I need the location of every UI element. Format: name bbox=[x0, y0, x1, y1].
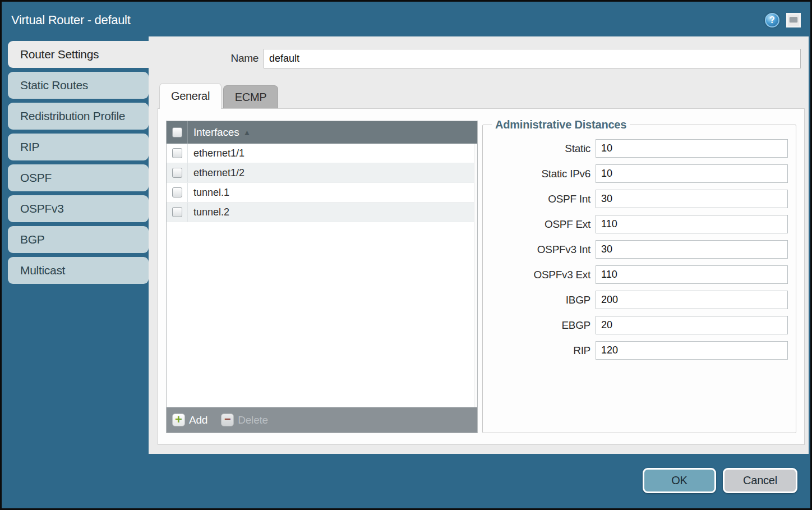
interface-name: ethernet1/2 bbox=[193, 167, 244, 179]
ebgp-input[interactable] bbox=[596, 316, 788, 334]
ospfv3-int-input[interactable] bbox=[596, 240, 788, 259]
ok-button[interactable]: OK bbox=[643, 468, 716, 493]
form-row: RIP bbox=[491, 341, 788, 360]
virtual-router-dialog: Virtual Router - default ? Router Settin… bbox=[0, 0, 812, 510]
ospf-int-label: OSPF Int bbox=[491, 193, 590, 205]
table-row[interactable]: ethernet1/2 bbox=[167, 163, 477, 183]
sidebar: Router Settings Static Routes Redistribu… bbox=[3, 36, 149, 507]
ospf-ext-label: OSPF Ext bbox=[491, 218, 590, 231]
ospf-ext-input[interactable] bbox=[596, 215, 788, 233]
column-divider bbox=[187, 183, 188, 202]
rip-label: RIP bbox=[491, 344, 590, 357]
column-divider bbox=[187, 163, 188, 182]
column-divider bbox=[187, 203, 188, 222]
ospf-int-input[interactable] bbox=[596, 190, 788, 208]
form-row: Static IPv6 bbox=[491, 164, 788, 183]
delete-button[interactable]: − Delete bbox=[221, 413, 268, 426]
help-icon[interactable]: ? bbox=[765, 13, 779, 27]
add-button[interactable]: + Add bbox=[172, 413, 207, 426]
interfaces-column-header: Interfaces bbox=[193, 126, 239, 139]
name-input[interactable] bbox=[264, 49, 801, 68]
ospfv3-ext-input[interactable] bbox=[596, 265, 788, 284]
add-icon: + bbox=[172, 413, 185, 426]
ebgp-label: EBGP bbox=[491, 319, 590, 332]
minus-glyph: − bbox=[224, 413, 231, 425]
title-bar: Virtual Router - default ? bbox=[3, 3, 809, 36]
sidebar-item-multicast[interactable]: Multicast bbox=[8, 257, 149, 284]
ospfv3-ext-label: OSPFv3 Ext bbox=[491, 269, 590, 281]
table-row[interactable]: tunnel.1 bbox=[167, 183, 477, 203]
window-icon[interactable] bbox=[786, 13, 801, 27]
plus-glyph: + bbox=[175, 413, 182, 426]
form-row: OSPF Ext bbox=[491, 215, 788, 233]
add-button-label: Add bbox=[189, 414, 207, 426]
administrative-distances-legend: Administrative Distances bbox=[492, 118, 630, 131]
row-checkbox[interactable] bbox=[172, 207, 182, 217]
form-row: IBGP bbox=[491, 291, 788, 309]
tab-general[interactable]: General bbox=[159, 83, 222, 109]
row-checkbox[interactable] bbox=[172, 187, 182, 197]
form-row: OSPFv3 Ext bbox=[491, 265, 788, 284]
delete-button-label: Delete bbox=[238, 414, 268, 426]
static-ipv6-input[interactable] bbox=[596, 164, 788, 183]
sidebar-item-rip[interactable]: RIP bbox=[8, 134, 149, 160]
sidebar-item-ospf[interactable]: OSPF bbox=[8, 164, 149, 191]
sidebar-item-static-routes[interactable]: Static Routes bbox=[8, 72, 149, 99]
delete-icon: − bbox=[221, 413, 234, 426]
row-checkbox[interactable] bbox=[172, 148, 182, 158]
interfaces-table-header[interactable]: Interfaces ▲ bbox=[167, 121, 477, 144]
sidebar-item-ospfv3[interactable]: OSPFv3 bbox=[8, 195, 149, 222]
interface-name: ethernet1/1 bbox=[193, 148, 244, 159]
interface-name: tunnel.1 bbox=[193, 187, 229, 199]
sort-ascending-icon: ▲ bbox=[243, 128, 251, 137]
static-ipv6-label: Static IPv6 bbox=[491, 168, 590, 180]
administrative-distances-fieldset: Administrative Distances Static Static I… bbox=[482, 118, 796, 433]
sidebar-item-bgp[interactable]: BGP bbox=[8, 226, 149, 253]
static-input[interactable] bbox=[596, 139, 788, 158]
form-row: OSPF Int bbox=[491, 190, 788, 208]
interfaces-table: Interfaces ▲ ethernet1/1 ethernet1/2 bbox=[166, 121, 478, 433]
column-divider bbox=[187, 144, 188, 163]
form-row: OSPFv3 Int bbox=[491, 240, 788, 259]
interfaces-table-body: ethernet1/1 ethernet1/2 tunnel.1 bbox=[167, 144, 477, 407]
tab-ecmp[interactable]: ECMP bbox=[223, 85, 278, 108]
ibgp-label: IBGP bbox=[491, 294, 590, 306]
titlebar-icons: ? bbox=[765, 13, 809, 27]
sidebar-item-router-settings[interactable]: Router Settings bbox=[8, 41, 149, 68]
table-scrollbar[interactable] bbox=[474, 144, 477, 407]
select-all-checkbox[interactable] bbox=[172, 127, 182, 137]
dialog-title: Virtual Router - default bbox=[3, 13, 131, 27]
static-label: Static bbox=[491, 143, 590, 155]
rip-input[interactable] bbox=[596, 341, 788, 360]
content-area: Name General ECMP Interfaces ▲ ethernet1… bbox=[149, 36, 809, 457]
table-row[interactable]: ethernet1/1 bbox=[167, 144, 477, 163]
table-row[interactable]: tunnel.2 bbox=[167, 203, 477, 222]
row-checkbox[interactable] bbox=[172, 168, 182, 178]
interface-name: tunnel.2 bbox=[193, 206, 229, 218]
general-tab-panel: Interfaces ▲ ethernet1/1 ethernet1/2 bbox=[158, 108, 805, 445]
sidebar-item-redistribution-profile[interactable]: Redistribution Profile bbox=[8, 103, 149, 130]
ibgp-input[interactable] bbox=[596, 291, 788, 309]
cancel-button[interactable]: Cancel bbox=[723, 468, 797, 493]
window-icon-inner bbox=[790, 17, 797, 22]
form-row: Static bbox=[491, 139, 788, 158]
ospfv3-int-label: OSPFv3 Int bbox=[491, 243, 590, 256]
column-divider bbox=[187, 121, 188, 144]
interfaces-table-footer: + Add − Delete bbox=[167, 407, 477, 433]
form-row: EBGP bbox=[491, 316, 788, 334]
name-label: Name bbox=[149, 52, 259, 65]
dialog-footer: OK Cancel bbox=[3, 454, 809, 507]
